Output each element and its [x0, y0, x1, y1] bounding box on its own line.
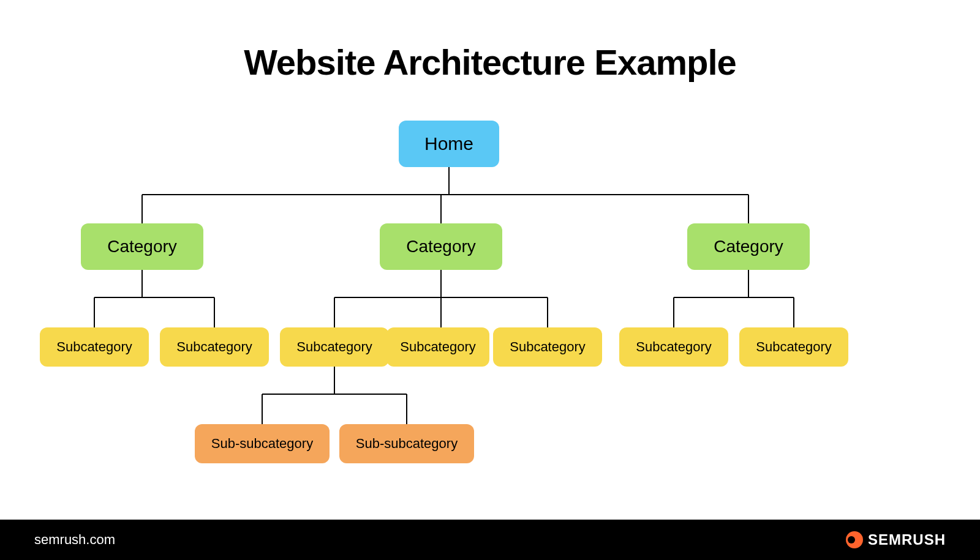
subcategory-node: Subcategory	[280, 327, 389, 367]
home-node: Home	[399, 121, 499, 167]
flame-icon	[846, 531, 863, 548]
subcategory-node: Subcategory	[619, 327, 728, 367]
subcategory-node: Subcategory	[739, 327, 848, 367]
category-node: Category	[687, 223, 810, 270]
footer-site-label: semrush.com	[34, 532, 115, 548]
brand-name: SEMRUSH	[868, 531, 946, 548]
subcategory-node: Subcategory	[40, 327, 149, 367]
connector-lines	[0, 0, 980, 560]
subsubcategory-node: Sub-subcategory	[339, 424, 474, 463]
footer-bar: semrush.com SEMRUSH	[0, 520, 980, 560]
subcategory-node: Subcategory	[160, 327, 269, 367]
category-node: Category	[81, 223, 203, 270]
subcategory-node: Subcategory	[386, 327, 489, 367]
category-node: Category	[380, 223, 502, 270]
subcategory-node: Subcategory	[493, 327, 602, 367]
subsubcategory-node: Sub-subcategory	[195, 424, 330, 463]
page-title: Website Architecture Example	[0, 42, 980, 83]
brand-logo: SEMRUSH	[846, 531, 946, 548]
